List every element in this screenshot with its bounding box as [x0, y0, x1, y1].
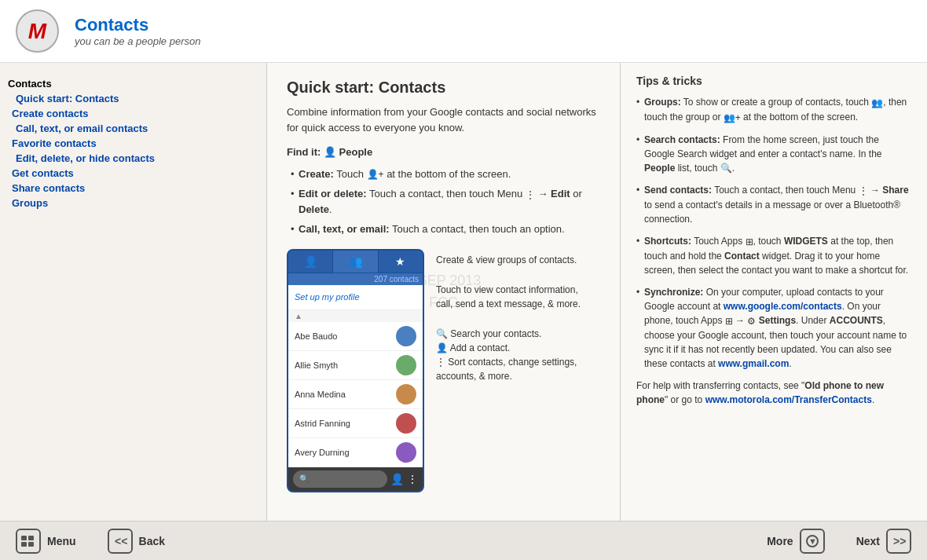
tip-groups: Groups: To show or create a group of con…: [636, 95, 911, 125]
app-title: Contacts: [75, 15, 200, 35]
app-tagline: you can be a people person: [75, 35, 200, 47]
widgets-word: WIDGETS: [784, 236, 828, 247]
bullet-create-text: Touch 👤+ at the bottom of the screen.: [336, 168, 511, 180]
svg-text:▼: ▼: [808, 536, 817, 546]
tip-sync-text: On your computer, upload contacts to you…: [644, 287, 907, 369]
sidebar-item-groups[interactable]: Groups: [8, 196, 258, 210]
more-button[interactable]: More ▼: [767, 529, 824, 554]
menu-icon-btn: [16, 529, 41, 554]
footer-left: Menu << Back: [16, 529, 165, 554]
tips-sidebar: Tips & tricks Groups: To show or create …: [621, 63, 927, 521]
menu-label: Menu: [47, 535, 76, 547]
contact-avatar-avery: [396, 442, 416, 463]
tip-send-label: Send contacts:: [644, 185, 712, 196]
star-tab-icon: ★: [395, 255, 405, 268]
contact-avatar-abe: [396, 326, 416, 346]
phone-contact-abe[interactable]: Abe Baudo: [288, 322, 423, 351]
tip-send: Send contacts: Touch a contact, then tou…: [636, 183, 911, 226]
more-label: More: [767, 535, 793, 547]
phone-contact-allie[interactable]: Allie Smyth: [288, 351, 423, 380]
footer: Menu << Back More ▼ Next: [0, 521, 927, 560]
gmail-link: www.gmail.com: [718, 358, 789, 369]
settings-icon: ⚙: [747, 314, 756, 328]
phone-tab-person[interactable]: 👤: [288, 251, 333, 273]
add-contact-icon: 👤+: [367, 167, 384, 181]
main-content: 3 SEP 2013 FCC Quick start: Contacts Com…: [267, 63, 621, 521]
more-options-icon[interactable]: ⋮: [407, 473, 418, 485]
bullet-call: Call, text, or email: Touch a contact, t…: [291, 221, 600, 237]
main-content-inner: Quick start: Contacts Combine informatio…: [287, 79, 600, 492]
phone-contact-astrid[interactable]: Astrid Fanning: [288, 409, 423, 438]
phone-profile-item[interactable]: Set up my profile: [288, 285, 423, 310]
sidebar-item-share[interactable]: Share contacts: [8, 181, 258, 196]
tips-list: Groups: To show or create a group of con…: [636, 95, 911, 371]
apps-icon: ⊞: [746, 235, 753, 249]
more-circle-icon: ▼: [805, 534, 819, 548]
contact-name-allie: Allie Smyth: [295, 361, 338, 370]
phone-contacts-count: 207 contacts: [288, 273, 423, 285]
svg-rect-0: [21, 536, 27, 540]
back-label: Back: [139, 535, 165, 547]
edit-word: Edit: [551, 188, 570, 199]
sidebar-item-create[interactable]: Create contacts: [8, 106, 258, 121]
svg-rect-2: [21, 542, 27, 547]
menu-grid-icon: [21, 536, 35, 547]
tip-groups-label: Groups:: [644, 97, 681, 108]
logo-letter: M: [28, 19, 46, 44]
tip-sync-label: Synchronize:: [644, 287, 703, 298]
sidebar-item-get[interactable]: Get contacts: [8, 166, 258, 181]
add-icon-callout: 👤: [436, 342, 448, 353]
section-intro: Combine information from your Google con…: [287, 104, 600, 135]
find-it: Find it: 👤 People: [287, 145, 600, 160]
bullet-edit-label: Edit or delete:: [299, 188, 367, 199]
svg-text:<<: <<: [115, 536, 127, 547]
find-it-label: Find it:: [287, 146, 321, 158]
contact-name-avery: Avery Durning: [295, 448, 350, 457]
next-label: Next: [856, 535, 880, 547]
phone-tab-group[interactable]: 👥: [333, 251, 378, 273]
sidebar-item-favorites[interactable]: Favorite contacts: [8, 136, 258, 151]
header: M Contacts you can be a people person: [0, 0, 927, 63]
phone-tab-star[interactable]: ★: [379, 251, 423, 273]
sidebar-item-calltextemail[interactable]: Call, text, or email contacts: [8, 121, 258, 136]
svg-rect-1: [28, 536, 34, 540]
sidebar-item-quickstart[interactable]: Quick start: Contacts: [8, 91, 258, 106]
next-chevron-icon: >>: [892, 536, 906, 547]
tip-sync: Synchronize: On your computer, upload co…: [636, 285, 911, 371]
menu-button[interactable]: Menu: [16, 529, 76, 554]
motorola-logo: M: [16, 9, 59, 53]
phone-divider-a: ▲: [288, 310, 423, 322]
bullet-list: Create: Touch 👤+ at the bottom of the sc…: [291, 167, 600, 237]
back-chevron-icon: <<: [113, 536, 127, 547]
phone-list: Set up my profile ▲ Abe Baudo Allie Smyt…: [288, 285, 423, 467]
groups-icon: 👥: [871, 96, 883, 110]
back-button[interactable]: << Back: [108, 529, 165, 554]
phone-section: 👤 👥 ★ 207 contacts Set: [287, 249, 600, 492]
callouts: Create & view groups of contacts. Touch …: [436, 253, 593, 492]
contact-name-astrid: Astrid Fanning: [295, 419, 350, 428]
google-contacts-link: www.google.com/contacts: [724, 301, 842, 312]
find-it-icon: 👤: [324, 146, 339, 158]
add-contact-bottom-icon[interactable]: 👤: [390, 473, 404, 485]
phone-contact-avery[interactable]: Avery Durning: [288, 438, 423, 467]
phone-search-bar[interactable]: 🔍: [293, 470, 387, 488]
tip-groups-text: To show or create a group of contacts, t…: [644, 97, 907, 123]
callout-groups: Create & view groups of contacts.: [436, 253, 593, 267]
profile-label: Set up my profile: [295, 292, 360, 302]
next-button[interactable]: Next >>: [856, 529, 911, 554]
menu-icon: ⋮: [526, 188, 535, 202]
contact-widget-word: Contact: [724, 251, 760, 262]
bullet-edit: Edit or delete: Touch a contact, then to…: [291, 186, 600, 217]
search-mag-icon: 🔍: [720, 161, 732, 175]
footer-right: More ▼ Next >>: [767, 529, 911, 554]
menu-icon-tip: ⋮: [859, 184, 868, 198]
contact-avatar-anna: [396, 384, 416, 404]
sidebar-item-contacts[interactable]: Contacts: [8, 76, 258, 91]
sidebar-item-editdelete[interactable]: Edit, delete, or hide contacts: [8, 151, 258, 166]
header-text: Contacts you can be a people person: [75, 15, 200, 47]
phone-bottom-bar: 🔍 👤 ⋮: [288, 467, 423, 491]
phone-tabs: 👤 👥 ★: [288, 251, 423, 273]
sidebar: Contacts Quick start: Contacts Create co…: [0, 63, 267, 521]
phone-contact-anna[interactable]: Anna Medina: [288, 380, 423, 409]
bullet-call-text: Touch a contact, then touch an option.: [392, 223, 565, 235]
